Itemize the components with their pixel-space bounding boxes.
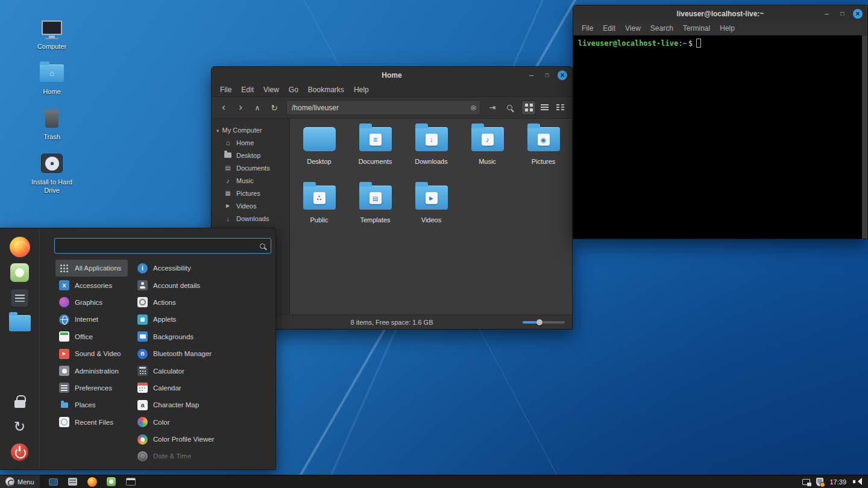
compact-view-icon (556, 104, 564, 111)
panel-clock[interactable]: 17:39 (829, 478, 846, 486)
category-recent-files[interactable]: Recent Files (55, 414, 128, 431)
folder-desktop[interactable]: Desktop (293, 124, 346, 182)
volume-icon[interactable] (852, 478, 862, 486)
menu-view[interactable]: View (259, 83, 284, 97)
maximize-button[interactable] (542, 70, 552, 80)
folder-pictures[interactable]: Pictures (517, 124, 570, 182)
category-places[interactable]: Places (55, 396, 128, 413)
menu-go[interactable]: Go (284, 83, 303, 97)
update-manager-icon[interactable] (816, 478, 823, 486)
folder-downloads[interactable]: Downloads (405, 124, 458, 182)
favorite-text-editor-button[interactable] (7, 285, 33, 310)
category-administration[interactable]: Administration (55, 362, 128, 379)
back-button[interactable] (216, 101, 231, 115)
app-calendar[interactable]: Calendar (134, 380, 272, 396)
favorite-firefox-button[interactable] (7, 234, 33, 260)
maximize-button[interactable] (837, 8, 848, 19)
terminal-screen[interactable]: liveuser@localhost-live:~$ (573, 36, 867, 239)
app-color[interactable]: Color (134, 414, 272, 431)
taskbar-files-button[interactable] (66, 477, 80, 487)
menu-terminal[interactable]: Terminal (678, 22, 715, 36)
sidebar-item-home[interactable]: Home (212, 136, 289, 149)
taskbar-firefox-button[interactable] (86, 477, 99, 487)
menu-search[interactable]: Search (646, 22, 678, 36)
list-view-button[interactable] (537, 101, 552, 115)
refresh-button[interactable] (267, 101, 281, 115)
file-manager-titlebar[interactable]: Home (212, 67, 572, 83)
app-actions[interactable]: Actions (134, 294, 272, 311)
app-bluetooth-manager[interactable]: Bluetooth Manager (134, 345, 272, 362)
sidebar-item-videos[interactable]: Videos (212, 199, 289, 212)
category-accessories[interactable]: Accessories (55, 277, 128, 293)
sidebar-item-pictures[interactable]: Pictures (212, 187, 289, 199)
minimize-button[interactable] (822, 8, 832, 19)
zoom-slider[interactable] (523, 315, 565, 329)
menu-bookmarks[interactable]: Bookmarks (303, 83, 349, 97)
network-icon[interactable] (802, 479, 810, 485)
menu-help[interactable]: Help (349, 83, 374, 97)
folder-documents[interactable]: Documents (349, 124, 402, 182)
logout-button[interactable] (7, 414, 33, 439)
category-preferences[interactable]: Preferences (55, 380, 128, 396)
favorite-software-manager-button[interactable] (7, 260, 33, 285)
desktop-icon-computer[interactable]: Computer (24, 16, 80, 51)
menu-edit[interactable]: Edit (598, 22, 620, 36)
sidebar-item-downloads[interactable]: Downloads (212, 212, 289, 225)
app-calculator[interactable]: Calculator (134, 362, 272, 379)
close-button[interactable] (558, 70, 567, 80)
sidebar-item-music[interactable]: Music (212, 174, 289, 187)
terminal-scrollbar[interactable] (862, 36, 867, 239)
menu-edit[interactable]: Edit (236, 83, 259, 97)
app-accessibility[interactable]: Accessibility (134, 260, 272, 277)
menu-button[interactable]: Menu (0, 475, 40, 488)
terminal-titlebar[interactable]: liveuser@localhost-live:~ (573, 5, 867, 22)
category-list: All Applications Accessories Graphics In… (55, 260, 128, 431)
category-office[interactable]: Office (55, 328, 128, 345)
path-input[interactable] (287, 104, 480, 112)
shutdown-button[interactable] (7, 439, 33, 465)
app-applets[interactable]: Applets (134, 311, 272, 328)
desktop-icon-install[interactable]: Install to Hard Drive (24, 151, 80, 195)
app-date-time[interactable]: Date & Time (134, 448, 272, 465)
category-sound-video[interactable]: Sound & Video (55, 345, 128, 362)
app-backgrounds[interactable]: Backgrounds (134, 328, 272, 345)
folder-templates[interactable]: Templates (349, 182, 402, 240)
up-button[interactable] (250, 101, 265, 115)
menu-view[interactable]: View (620, 22, 646, 36)
category-internet[interactable]: Internet (55, 311, 128, 328)
edit-location-button[interactable] (485, 101, 500, 115)
grid-view-button[interactable] (521, 101, 536, 115)
folder-public[interactable]: Public (293, 182, 346, 240)
forward-button[interactable] (233, 101, 248, 115)
menu-help[interactable]: Help (715, 22, 740, 36)
taskbar-terminal-button[interactable] (124, 477, 137, 487)
app-account-details[interactable]: Account details (134, 277, 272, 293)
lock-screen-button[interactable] (7, 389, 33, 414)
category-graphics[interactable]: Graphics (55, 294, 128, 311)
taskbar-window-button[interactable] (47, 477, 60, 487)
menu-search-input[interactable] (55, 242, 271, 250)
sidebar-section-my-computer[interactable]: My Computer (212, 124, 289, 136)
minimize-button[interactable] (526, 70, 536, 80)
sidebar-item-desktop[interactable]: Desktop (212, 149, 289, 161)
app-color-profile-viewer[interactable]: Color Profile Viewer (134, 431, 272, 448)
menu-file[interactable]: File (215, 83, 236, 97)
menu-file[interactable]: File (577, 22, 598, 36)
close-button[interactable] (853, 9, 863, 19)
file-icon-view[interactable]: Desktop Documents Downloads Music Pictur… (290, 119, 572, 314)
folder-music[interactable]: Music (461, 124, 514, 182)
trash-icon (45, 113, 58, 128)
desktop-icon-home[interactable]: ⌂ Home (24, 61, 80, 96)
app-character-map[interactable]: Character Map (134, 396, 272, 413)
category-all-applications[interactable]: All Applications (55, 260, 128, 277)
favorite-files-button[interactable] (7, 310, 33, 336)
desktop-icon-trash[interactable]: Trash (24, 106, 80, 142)
public-folder-icon (303, 186, 336, 210)
taskbar-software-button[interactable] (105, 477, 118, 487)
zoom-slider-knob[interactable] (536, 319, 542, 325)
folder-videos[interactable]: Videos (405, 182, 458, 240)
compact-view-button[interactable] (553, 101, 567, 115)
clear-path-icon[interactable] (470, 103, 477, 112)
sidebar-item-documents[interactable]: Documents (212, 161, 289, 174)
search-button[interactable] (502, 101, 517, 115)
